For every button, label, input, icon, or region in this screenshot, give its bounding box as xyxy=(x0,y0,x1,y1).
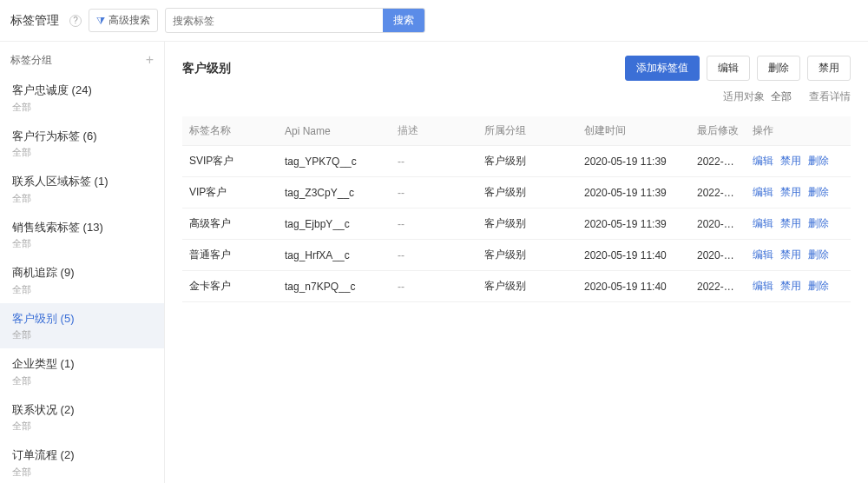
group-name: 企业类型 (1) xyxy=(12,355,152,373)
table-row: VIP客户tag_Z3CpY__c--客户级别2020-05-19 11:392… xyxy=(182,177,851,208)
sidebar-item[interactable]: 联系人区域标签 (1)全部 xyxy=(0,166,164,212)
cell-group: 客户级别 xyxy=(477,154,577,169)
cell-desc: -- xyxy=(391,249,477,261)
row-delete-link[interactable]: 删除 xyxy=(808,154,829,169)
edit-button[interactable]: 编辑 xyxy=(707,56,750,81)
sidebar-item[interactable]: 客户忠诚度 (24)全部 xyxy=(0,75,164,121)
row-edit-link[interactable]: 编辑 xyxy=(753,279,773,294)
advanced-search-label: 高级搜索 xyxy=(108,13,150,28)
filter-icon: ⧩ xyxy=(96,15,105,27)
topbar: 标签管理 ? ⧩ 高级搜索 搜索 xyxy=(0,0,868,42)
row-edit-link[interactable]: 编辑 xyxy=(753,154,773,169)
search-button[interactable]: 搜索 xyxy=(383,9,424,32)
cell-created: 2020-05-19 11:39 xyxy=(577,155,690,168)
cell-api: tag_YPK7Q__c xyxy=(278,155,391,168)
row-disable-link[interactable]: 禁用 xyxy=(780,185,801,200)
sidebar: 标签分组 + 客户忠诚度 (24)全部客户行为标签 (6)全部联系人区域标签 (… xyxy=(0,42,165,483)
sidebar-item[interactable]: 客户级别 (5)全部 xyxy=(0,303,164,349)
scope: 适用对象 全部 xyxy=(723,89,792,104)
row-edit-link[interactable]: 编辑 xyxy=(753,185,773,200)
sidebar-item[interactable]: 客户行为标签 (6)全部 xyxy=(0,121,164,167)
add-group-icon[interactable]: + xyxy=(146,52,154,68)
cell-modified: 2020-05- xyxy=(690,218,746,230)
cell-created: 2020-05-19 11:39 xyxy=(577,187,690,199)
group-name: 销售线索标签 (13) xyxy=(12,219,152,236)
group-sub: 全部 xyxy=(12,374,152,387)
search-box: 搜索 xyxy=(165,8,425,33)
scope-label: 适用对象 xyxy=(723,90,765,103)
table-header: 标签名称 Api Name 描述 所属分组 创建时间 最后修改 操作 xyxy=(182,116,851,146)
help-icon[interactable]: ? xyxy=(69,15,82,27)
row-disable-link[interactable]: 禁用 xyxy=(780,154,801,169)
col-modified: 最后修改 xyxy=(690,123,746,138)
cell-created: 2020-05-19 11:40 xyxy=(577,249,690,261)
group-sub: 全部 xyxy=(12,283,152,296)
sidebar-item[interactable]: 企业类型 (1)全部 xyxy=(0,348,164,394)
cell-ops: 编辑禁用删除 xyxy=(746,248,851,262)
subrow: 适用对象 全部 查看详情 xyxy=(182,89,851,104)
main: 客户级别 添加标签值 编辑 删除 禁用 适用对象 全部 查看详情 标签名称 Ap… xyxy=(165,42,868,483)
cell-group: 客户级别 xyxy=(477,216,577,231)
group-sub: 全部 xyxy=(12,466,152,479)
group-name: 客户忠诚度 (24) xyxy=(12,82,152,99)
row-delete-link[interactable]: 删除 xyxy=(808,216,829,231)
add-tag-button[interactable]: 添加标签值 xyxy=(625,56,700,81)
sidebar-item[interactable]: 销售线索标签 (13)全部 xyxy=(0,212,164,258)
cell-desc: -- xyxy=(391,218,477,230)
body: 标签分组 + 客户忠诚度 (24)全部客户行为标签 (6)全部联系人区域标签 (… xyxy=(0,42,868,483)
disable-button[interactable]: 禁用 xyxy=(807,56,851,81)
col-ops: 操作 xyxy=(746,123,851,138)
cell-ops: 编辑禁用删除 xyxy=(746,279,851,294)
cell-modified: 2022-12- xyxy=(690,187,746,199)
sidebar-item[interactable]: 商机追踪 (9)全部 xyxy=(0,257,164,303)
cell-name: 金卡客户 xyxy=(182,279,278,294)
group-name: 联系人区域标签 (1) xyxy=(12,173,152,190)
cell-created: 2020-05-19 11:40 xyxy=(577,281,690,293)
col-group: 所属分组 xyxy=(477,123,577,138)
main-header: 客户级别 添加标签值 编辑 删除 禁用 xyxy=(182,56,851,81)
group-sub: 全部 xyxy=(12,328,152,341)
row-disable-link[interactable]: 禁用 xyxy=(780,216,801,231)
row-disable-link[interactable]: 禁用 xyxy=(780,279,801,294)
cell-desc: -- xyxy=(391,281,477,293)
cell-desc: -- xyxy=(391,155,477,168)
group-name: 客户级别 (5) xyxy=(12,310,152,328)
cell-api: tag_EjbpY__c xyxy=(278,218,391,230)
group-name: 联系状况 (2) xyxy=(12,401,152,419)
sidebar-item[interactable]: 联系状况 (2)全部 xyxy=(0,394,164,440)
row-disable-link[interactable]: 禁用 xyxy=(780,248,801,262)
row-delete-link[interactable]: 删除 xyxy=(808,248,829,262)
delete-button[interactable]: 删除 xyxy=(757,56,800,81)
cell-modified: 2022-12- xyxy=(690,155,746,168)
row-edit-link[interactable]: 编辑 xyxy=(753,216,773,231)
row-delete-link[interactable]: 删除 xyxy=(808,279,829,294)
cell-ops: 编辑禁用删除 xyxy=(746,154,851,169)
sidebar-item[interactable]: 订单流程 (2)全部 xyxy=(0,440,164,483)
view-detail-link[interactable]: 查看详情 xyxy=(809,89,851,104)
cell-ops: 编辑禁用删除 xyxy=(746,185,851,200)
advanced-search-button[interactable]: ⧩ 高级搜索 xyxy=(89,9,158,32)
tag-table: 标签名称 Api Name 描述 所属分组 创建时间 最后修改 操作 SVIP客… xyxy=(182,116,851,302)
cell-name: 普通客户 xyxy=(182,248,278,262)
cell-created: 2020-05-19 11:39 xyxy=(577,218,690,230)
cell-name: SVIP客户 xyxy=(182,154,278,169)
col-desc: 描述 xyxy=(391,123,477,138)
row-edit-link[interactable]: 编辑 xyxy=(753,248,773,262)
group-name: 商机追踪 (9) xyxy=(12,264,152,281)
sidebar-header: 标签分组 + xyxy=(0,42,164,75)
group-name: 订单流程 (2) xyxy=(12,447,152,464)
search-input[interactable] xyxy=(166,10,383,31)
table-row: SVIP客户tag_YPK7Q__c--客户级别2020-05-19 11:39… xyxy=(182,146,851,177)
row-delete-link[interactable]: 删除 xyxy=(808,185,829,200)
cell-name: 高级客户 xyxy=(182,216,278,231)
action-bar: 添加标签值 编辑 删除 禁用 xyxy=(625,56,851,81)
table-row: 金卡客户tag_n7KPQ__c--客户级别2020-05-19 11:4020… xyxy=(182,271,851,302)
cell-modified: 2020-05- xyxy=(690,249,746,261)
col-created: 创建时间 xyxy=(577,123,690,138)
cell-api: tag_HrfXA__c xyxy=(278,249,391,261)
sidebar-header-label: 标签分组 xyxy=(10,53,52,68)
group-sub: 全部 xyxy=(12,237,152,250)
cell-modified: 2022-12- xyxy=(690,281,746,293)
cell-desc: -- xyxy=(391,187,477,199)
page-title: 标签管理 xyxy=(10,13,59,29)
